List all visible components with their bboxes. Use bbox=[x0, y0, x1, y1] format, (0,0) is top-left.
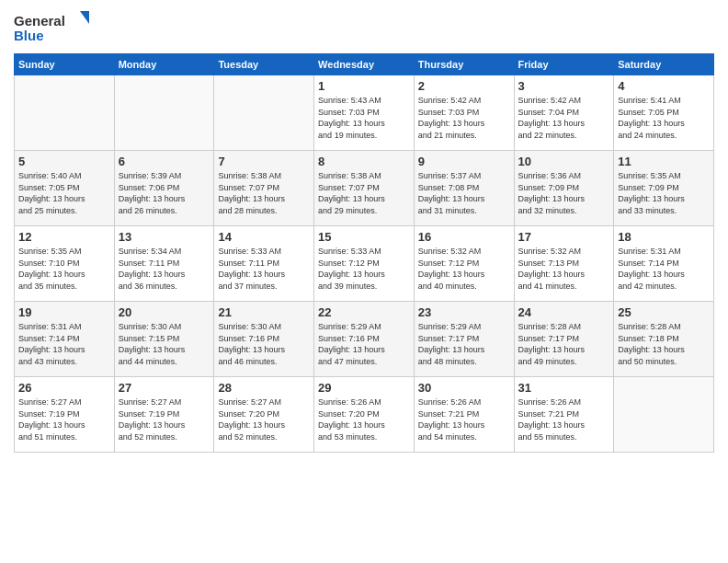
calendar-cell: 27Sunrise: 5:27 AM Sunset: 7:19 PM Dayli… bbox=[114, 377, 214, 453]
calendar-cell: 18Sunrise: 5:31 AM Sunset: 7:14 PM Dayli… bbox=[614, 226, 714, 302]
calendar-cell: 12Sunrise: 5:35 AM Sunset: 7:10 PM Dayli… bbox=[15, 226, 115, 302]
day-info: Sunrise: 5:38 AM Sunset: 7:07 PM Dayligh… bbox=[218, 170, 310, 216]
day-info: Sunrise: 5:34 AM Sunset: 7:11 PM Dayligh… bbox=[119, 246, 210, 292]
col-header-wednesday: Wednesday bbox=[314, 54, 415, 75]
day-number: 29 bbox=[318, 381, 410, 395]
header-row: SundayMondayTuesdayWednesdayThursdayFrid… bbox=[15, 54, 714, 75]
day-number: 26 bbox=[18, 381, 110, 395]
col-header-thursday: Thursday bbox=[414, 54, 514, 75]
day-number: 17 bbox=[518, 230, 610, 244]
day-number: 12 bbox=[18, 230, 110, 244]
day-number: 1 bbox=[318, 79, 410, 93]
day-number: 30 bbox=[418, 381, 510, 395]
calendar-cell: 23Sunrise: 5:29 AM Sunset: 7:17 PM Dayli… bbox=[414, 302, 514, 377]
calendar-cell: 17Sunrise: 5:32 AM Sunset: 7:13 PM Dayli… bbox=[514, 226, 614, 302]
day-number: 8 bbox=[318, 155, 410, 168]
col-header-saturday: Saturday bbox=[614, 54, 714, 75]
day-info: Sunrise: 5:41 AM Sunset: 7:05 PM Dayligh… bbox=[618, 95, 710, 141]
day-info: Sunrise: 5:35 AM Sunset: 7:10 PM Dayligh… bbox=[18, 246, 110, 292]
calendar-cell: 24Sunrise: 5:28 AM Sunset: 7:17 PM Dayli… bbox=[514, 302, 614, 377]
day-number: 19 bbox=[18, 305, 110, 319]
calendar-cell: 5Sunrise: 5:40 AM Sunset: 7:05 PM Daylig… bbox=[15, 151, 115, 226]
day-info: Sunrise: 5:37 AM Sunset: 7:08 PM Dayligh… bbox=[418, 170, 510, 216]
logo-icon: GeneralBlue bbox=[14, 9, 97, 46]
calendar-cell: 1Sunrise: 5:43 AM Sunset: 7:03 PM Daylig… bbox=[314, 75, 415, 151]
calendar-cell: 30Sunrise: 5:26 AM Sunset: 7:21 PM Dayli… bbox=[414, 377, 514, 453]
day-number: 28 bbox=[218, 381, 310, 395]
calendar-cell: 25Sunrise: 5:28 AM Sunset: 7:18 PM Dayli… bbox=[614, 302, 714, 377]
day-number: 27 bbox=[119, 381, 210, 395]
day-info: Sunrise: 5:32 AM Sunset: 7:12 PM Dayligh… bbox=[418, 246, 510, 292]
week-row-4: 19Sunrise: 5:31 AM Sunset: 7:14 PM Dayli… bbox=[15, 302, 714, 377]
day-number: 31 bbox=[518, 381, 610, 395]
day-info: Sunrise: 5:26 AM Sunset: 7:21 PM Dayligh… bbox=[518, 396, 610, 442]
calendar-cell: 19Sunrise: 5:31 AM Sunset: 7:14 PM Dayli… bbox=[15, 302, 115, 377]
calendar-cell: 21Sunrise: 5:30 AM Sunset: 7:16 PM Dayli… bbox=[214, 302, 314, 377]
day-number: 24 bbox=[518, 305, 610, 319]
calendar-cell: 11Sunrise: 5:35 AM Sunset: 7:09 PM Dayli… bbox=[614, 151, 714, 226]
calendar-cell: 29Sunrise: 5:26 AM Sunset: 7:20 PM Dayli… bbox=[314, 377, 415, 453]
day-number: 4 bbox=[618, 79, 710, 93]
col-header-tuesday: Tuesday bbox=[214, 54, 314, 75]
day-info: Sunrise: 5:27 AM Sunset: 7:20 PM Dayligh… bbox=[218, 396, 310, 442]
calendar-cell: 7Sunrise: 5:38 AM Sunset: 7:07 PM Daylig… bbox=[214, 151, 314, 226]
day-info: Sunrise: 5:33 AM Sunset: 7:11 PM Dayligh… bbox=[218, 246, 310, 292]
day-number: 9 bbox=[418, 155, 510, 168]
week-row-1: 1Sunrise: 5:43 AM Sunset: 7:03 PM Daylig… bbox=[15, 75, 714, 151]
day-number: 11 bbox=[618, 155, 710, 168]
day-number: 22 bbox=[318, 305, 410, 319]
calendar-cell: 4Sunrise: 5:41 AM Sunset: 7:05 PM Daylig… bbox=[614, 75, 714, 151]
day-info: Sunrise: 5:31 AM Sunset: 7:14 PM Dayligh… bbox=[18, 321, 110, 367]
calendar-cell: 3Sunrise: 5:42 AM Sunset: 7:04 PM Daylig… bbox=[514, 75, 614, 151]
day-number: 16 bbox=[418, 230, 510, 244]
day-number: 25 bbox=[618, 305, 710, 319]
calendar-cell: 20Sunrise: 5:30 AM Sunset: 7:15 PM Dayli… bbox=[114, 302, 214, 377]
col-header-friday: Friday bbox=[514, 54, 614, 75]
day-info: Sunrise: 5:38 AM Sunset: 7:07 PM Dayligh… bbox=[318, 170, 410, 216]
col-header-monday: Monday bbox=[114, 54, 214, 75]
header: GeneralBlue bbox=[14, 9, 714, 46]
day-number: 21 bbox=[218, 305, 310, 319]
calendar-cell bbox=[114, 75, 214, 151]
day-info: Sunrise: 5:40 AM Sunset: 7:05 PM Dayligh… bbox=[18, 170, 110, 216]
day-info: Sunrise: 5:28 AM Sunset: 7:17 PM Dayligh… bbox=[518, 321, 610, 367]
day-info: Sunrise: 5:35 AM Sunset: 7:09 PM Dayligh… bbox=[618, 170, 710, 216]
day-info: Sunrise: 5:36 AM Sunset: 7:09 PM Dayligh… bbox=[518, 170, 610, 216]
calendar-cell bbox=[15, 75, 115, 151]
calendar-cell bbox=[214, 75, 314, 151]
day-info: Sunrise: 5:27 AM Sunset: 7:19 PM Dayligh… bbox=[18, 396, 110, 442]
day-info: Sunrise: 5:27 AM Sunset: 7:19 PM Dayligh… bbox=[119, 396, 210, 442]
day-number: 7 bbox=[218, 155, 310, 168]
calendar-cell: 10Sunrise: 5:36 AM Sunset: 7:09 PM Dayli… bbox=[514, 151, 614, 226]
calendar-cell bbox=[614, 377, 714, 453]
svg-marker-2 bbox=[80, 11, 89, 24]
day-number: 18 bbox=[618, 230, 710, 244]
day-info: Sunrise: 5:33 AM Sunset: 7:12 PM Dayligh… bbox=[318, 246, 410, 292]
day-info: Sunrise: 5:28 AM Sunset: 7:18 PM Dayligh… bbox=[618, 321, 710, 367]
page-container: GeneralBlue SundayMondayTuesdayWednesday… bbox=[0, 0, 728, 462]
week-row-3: 12Sunrise: 5:35 AM Sunset: 7:10 PM Dayli… bbox=[15, 226, 714, 302]
svg-text:Blue: Blue bbox=[14, 28, 44, 43]
calendar-cell: 16Sunrise: 5:32 AM Sunset: 7:12 PM Dayli… bbox=[414, 226, 514, 302]
calendar-cell: 9Sunrise: 5:37 AM Sunset: 7:08 PM Daylig… bbox=[414, 151, 514, 226]
calendar-cell: 28Sunrise: 5:27 AM Sunset: 7:20 PM Dayli… bbox=[214, 377, 314, 453]
day-info: Sunrise: 5:26 AM Sunset: 7:21 PM Dayligh… bbox=[418, 396, 510, 442]
calendar-cell: 2Sunrise: 5:42 AM Sunset: 7:03 PM Daylig… bbox=[414, 75, 514, 151]
day-info: Sunrise: 5:42 AM Sunset: 7:03 PM Dayligh… bbox=[418, 95, 510, 141]
calendar-cell: 8Sunrise: 5:38 AM Sunset: 7:07 PM Daylig… bbox=[314, 151, 415, 226]
calendar-cell: 31Sunrise: 5:26 AM Sunset: 7:21 PM Dayli… bbox=[514, 377, 614, 453]
calendar-cell: 22Sunrise: 5:29 AM Sunset: 7:16 PM Dayli… bbox=[314, 302, 415, 377]
day-number: 20 bbox=[119, 305, 210, 319]
week-row-5: 26Sunrise: 5:27 AM Sunset: 7:19 PM Dayli… bbox=[15, 377, 714, 453]
day-number: 14 bbox=[218, 230, 310, 244]
day-number: 13 bbox=[119, 230, 210, 244]
day-number: 15 bbox=[318, 230, 410, 244]
svg-text:General: General bbox=[14, 13, 65, 29]
calendar-cell: 13Sunrise: 5:34 AM Sunset: 7:11 PM Dayli… bbox=[114, 226, 214, 302]
day-number: 23 bbox=[418, 305, 510, 319]
day-info: Sunrise: 5:43 AM Sunset: 7:03 PM Dayligh… bbox=[318, 95, 410, 141]
week-row-2: 5Sunrise: 5:40 AM Sunset: 7:05 PM Daylig… bbox=[15, 151, 714, 226]
day-number: 2 bbox=[418, 79, 510, 93]
calendar-cell: 14Sunrise: 5:33 AM Sunset: 7:11 PM Dayli… bbox=[214, 226, 314, 302]
calendar-table: SundayMondayTuesdayWednesdayThursdayFrid… bbox=[14, 53, 714, 453]
